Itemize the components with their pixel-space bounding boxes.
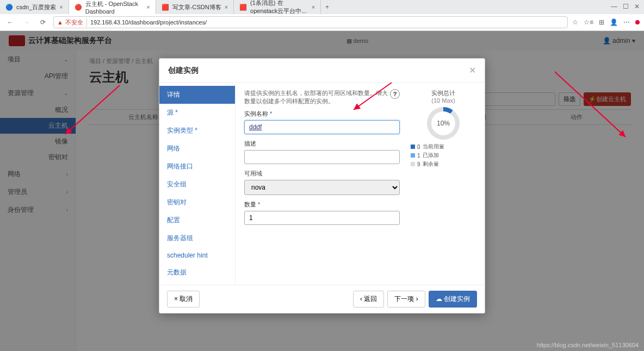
az-label: 可用域	[244, 170, 400, 178]
min-icon[interactable]: —	[611, 3, 617, 10]
close-icon[interactable]: ×	[59, 4, 63, 10]
step-scheduler[interactable]: scheduler hint	[159, 247, 235, 264]
step-keypair[interactable]: 密钥对	[159, 193, 235, 211]
cancel-button[interactable]: × 取消	[167, 291, 200, 308]
watermark: https://blog.csdn.net/weixin_51130604	[537, 342, 639, 348]
avatar-icon[interactable]: 👤	[610, 18, 618, 26]
forward-button[interactable]: →	[21, 16, 33, 28]
legend-swatch	[411, 162, 415, 166]
step-servergroup[interactable]: 服务器组	[159, 229, 235, 247]
quota-stats: 实例总计 (10 Max) 10% 0 当前用量 1 已添加 9 剩余量	[411, 89, 476, 278]
close-icon[interactable]: ×	[146, 4, 150, 10]
max-icon[interactable]: ☐	[623, 3, 629, 10]
step-ports[interactable]: 网络接口	[159, 158, 235, 175]
modal-title: 创建实例	[168, 66, 199, 76]
close-icon[interactable]: ×	[225, 4, 228, 10]
notification-dot	[635, 20, 640, 24]
launch-instance-button[interactable]: ☁ 创建实例	[429, 291, 477, 308]
instructions: 请提供实例的主机名，欲部署的可用区域和数量。增大数量以创建多个同样配置的实例。	[244, 89, 400, 105]
instance-name-input[interactable]	[244, 120, 400, 134]
availability-zone-select[interactable]: nova	[244, 180, 400, 195]
count-label: 数量 *	[244, 200, 400, 209]
next-button[interactable]: 下一项 ›	[387, 291, 425, 308]
wizard-nav: 详情 源 * 实例类型 * 网络 网络接口 安全组 密钥对 配置 服务器组 sc…	[159, 83, 236, 285]
close-icon[interactable]: ×	[312, 4, 315, 10]
step-secgroup[interactable]: 安全组	[159, 175, 235, 193]
collections-icon[interactable]: ⊞	[599, 18, 604, 26]
reload-button[interactable]: ⟳	[37, 16, 49, 28]
description-input[interactable]	[244, 150, 400, 164]
back-button[interactable]: ‹ 返回	[353, 291, 384, 308]
legend-swatch	[411, 145, 415, 149]
browser-tab[interactable]: 🟥(1条消息) 在openstack云平台中...×	[234, 0, 321, 14]
page-body: 云计算基础架构服务平台 ▦ demo 👤 admin ▾ 项目⌄ API管理 资…	[0, 31, 644, 351]
star-icon[interactable]: ☆	[572, 18, 578, 26]
browser-tab[interactable]: 🟥写文章-CSDN博客×	[156, 0, 234, 14]
name-label: 实例名称 *	[244, 110, 400, 118]
address-row: ← → ⟳ ▲不安全 192.168.43.10/dashboard/proje…	[0, 14, 644, 30]
count-input[interactable]	[244, 211, 400, 225]
window-controls: — ☐ ✕	[606, 0, 644, 13]
browser-tabs: 🔵csdn_百度搜索× 🔴云主机 - OpenStack Dashboard× …	[0, 0, 644, 14]
step-network[interactable]: 网络	[159, 140, 235, 158]
url-bar[interactable]: ▲不安全 192.168.43.10/dashboard/project/ins…	[53, 16, 568, 28]
warning-icon: ▲	[57, 19, 63, 26]
favorites-icon[interactable]: ☆≡	[584, 18, 593, 26]
new-tab-button[interactable]: +	[321, 3, 333, 11]
help-icon[interactable]: ?	[390, 89, 400, 99]
desc-label: 描述	[244, 140, 400, 148]
back-button[interactable]: ←	[4, 16, 16, 28]
step-source[interactable]: 源 *	[159, 104, 235, 122]
create-instance-modal: 创建实例 ✕ 详情 源 * 实例类型 * 网络 网络接口 安全组 密钥对 配置 …	[159, 58, 485, 314]
legend-swatch	[411, 153, 415, 158]
security-warning: ▲不安全	[57, 18, 87, 27]
step-flavor[interactable]: 实例类型 *	[159, 122, 235, 140]
step-metadata[interactable]: 元数据	[159, 264, 235, 281]
stats-subtitle: (10 Max)	[411, 97, 476, 104]
step-details[interactable]: 详情	[159, 86, 235, 104]
modal-close-button[interactable]: ✕	[469, 65, 476, 76]
quota-donut-chart: 10%	[427, 107, 460, 140]
browser-tab[interactable]: 🔵csdn_百度搜索×	[0, 0, 69, 14]
percent-text: 10%	[431, 111, 455, 135]
url-text: 192.168.43.10/dashboard/project/instance…	[90, 19, 207, 26]
browser-chrome: — ☐ ✕ 🔵csdn_百度搜索× 🔴云主机 - OpenStack Dashb…	[0, 0, 644, 31]
menu-icon[interactable]: ⋯	[623, 18, 630, 26]
close-icon[interactable]: ✕	[634, 3, 640, 10]
browser-tab[interactable]: 🔴云主机 - OpenStack Dashboard×	[69, 0, 156, 14]
stats-title: 实例总计	[411, 89, 476, 97]
step-config[interactable]: 配置	[159, 211, 235, 229]
